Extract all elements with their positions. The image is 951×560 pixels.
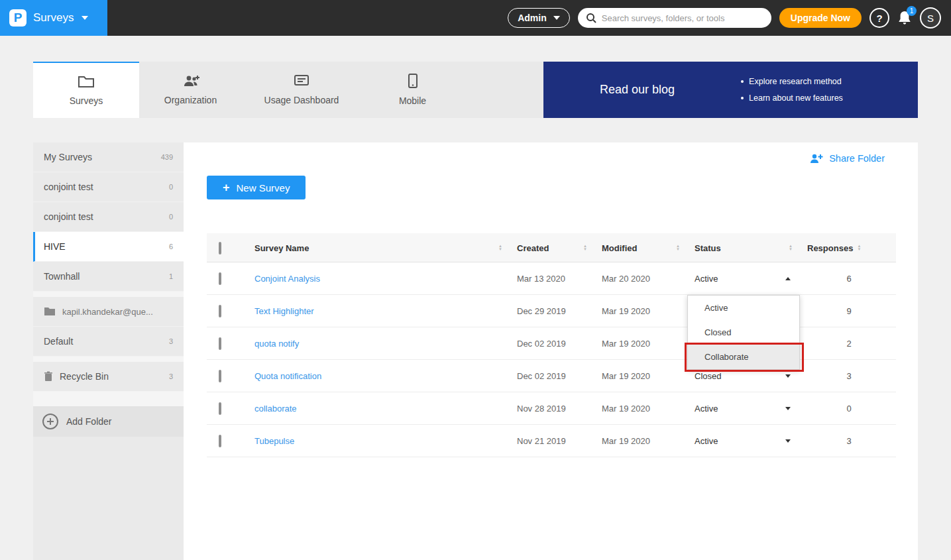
app-menu[interactable]: P Surveys — [0, 0, 107, 36]
row-checkbox[interactable] — [219, 305, 221, 317]
mobile-phone-icon — [408, 74, 418, 88]
row-checkbox[interactable] — [219, 272, 221, 285]
column-header-status: Status — [695, 243, 721, 253]
tab-mobile[interactable]: Mobile — [361, 62, 464, 118]
table-row: Tubepulse Nov 21 2019 Mar 19 2020 Active… — [207, 425, 896, 457]
select-all-checkbox[interactable] — [219, 242, 221, 254]
row-checkbox[interactable] — [219, 370, 221, 382]
survey-name-link[interactable]: Text Highlighter — [244, 306, 512, 316]
tab-label: Surveys — [70, 95, 103, 106]
sidebar-item-default[interactable]: Default3 — [33, 327, 184, 357]
bullet-dot-icon — [741, 80, 744, 83]
column-header-survey-name: Survey Name — [254, 243, 309, 253]
folders-sidebar: My Surveys439 conjoint test0 conjoint te… — [33, 142, 184, 560]
modified-date: Mar 19 2020 — [596, 404, 689, 414]
modified-date: Mar 19 2020 — [596, 371, 689, 381]
upgrade-now-button[interactable]: Upgrade Now — [779, 8, 862, 28]
responses-count: 6 — [802, 274, 896, 284]
responses-count: 9 — [802, 306, 896, 316]
share-folder-icon — [809, 153, 823, 164]
created-date: Nov 21 2019 — [512, 436, 596, 446]
sidebar-divider — [33, 292, 184, 297]
status-dropdown-trigger[interactable]: Active — [689, 404, 802, 414]
notifications-button[interactable]: 1 — [897, 10, 912, 26]
modified-date: Mar 19 2020 — [596, 306, 689, 316]
sort-icon[interactable]: ▲▼ — [857, 245, 861, 251]
survey-name-link[interactable]: collaborate — [244, 404, 512, 414]
shared-folder-icon — [44, 307, 56, 316]
status-dropdown-trigger[interactable]: Active — [689, 274, 802, 284]
sidebar-item-recycle-bin[interactable]: Recycle Bin3 — [33, 362, 184, 392]
surveys-table: Survey Name▲▼ Created▲▼ Modified▲▼ Statu… — [207, 233, 896, 457]
status-dropdown-trigger[interactable]: Active — [689, 436, 802, 446]
responses-count: 0 — [802, 404, 896, 414]
row-checkbox[interactable] — [219, 435, 221, 447]
tab-organization[interactable]: Organization — [139, 62, 242, 118]
survey-name-link[interactable]: Tubepulse — [244, 436, 512, 446]
share-folder-label: Share Folder — [829, 153, 885, 164]
trash-icon — [44, 371, 53, 382]
created-date: Dec 29 2019 — [512, 306, 596, 316]
sort-icon[interactable]: ▲▼ — [583, 245, 587, 251]
folder-icon — [78, 75, 95, 88]
notification-badge: 1 — [907, 6, 917, 16]
status-dropdown-menu: Active Closed Collaborate — [687, 295, 800, 370]
row-checkbox[interactable] — [219, 402, 221, 415]
survey-name-link[interactable]: Conjoint Analysis — [244, 274, 512, 284]
sidebar-item-conjoint-test-2[interactable]: conjoint test0 — [33, 202, 184, 232]
top-bar: P Surveys Admin Upgrade Now ? 1 S — [0, 0, 951, 36]
tab-surveys[interactable]: Surveys — [33, 62, 139, 118]
new-survey-button[interactable]: + New Survey — [207, 176, 306, 199]
chevron-down-icon — [553, 16, 560, 20]
sort-icon[interactable]: ▲▼ — [789, 245, 793, 251]
sort-icon[interactable]: ▲▼ — [498, 245, 502, 251]
status-option-collaborate[interactable]: Collaborate — [688, 345, 799, 369]
dashboard-icon — [294, 74, 309, 87]
modified-date: Mar 19 2020 — [596, 339, 689, 349]
sidebar-item-hive[interactable]: HIVE6 — [33, 232, 184, 262]
sidebar-item-shared-folder[interactable]: kapil.khandekar@que... — [33, 297, 184, 327]
tab-usage-dashboard[interactable]: Usage Dashboard — [242, 62, 361, 118]
avatar[interactable]: S — [920, 7, 941, 28]
row-checkbox[interactable] — [219, 337, 221, 350]
add-folder-button[interactable]: Add Folder — [33, 406, 184, 437]
caret-down-icon — [785, 374, 791, 378]
status-dropdown-trigger[interactable]: Closed — [689, 371, 802, 381]
table-row: collaborate Nov 28 2019 Mar 19 2020 Acti… — [207, 392, 896, 425]
survey-name-link[interactable]: Quota notification — [244, 371, 512, 381]
chevron-down-icon — [82, 16, 88, 20]
survey-name-link[interactable]: quota notify — [244, 339, 512, 349]
table-row: Conjoint Analysis Mar 13 2020 Mar 20 202… — [207, 262, 896, 295]
sidebar-item-my-surveys[interactable]: My Surveys439 — [33, 142, 184, 172]
share-folder-button[interactable]: Share Folder — [809, 153, 885, 164]
status-option-closed[interactable]: Closed — [688, 320, 799, 345]
column-header-modified: Modified — [602, 243, 637, 253]
global-search[interactable] — [578, 8, 771, 28]
search-input[interactable] — [602, 13, 763, 23]
sidebar-item-townhall[interactable]: Townhall1 — [33, 262, 184, 292]
admin-menu-button[interactable]: Admin — [508, 8, 570, 28]
bullet-dot-icon — [741, 97, 744, 99]
help-icon[interactable]: ? — [869, 8, 889, 28]
modified-date: Mar 19 2020 — [596, 436, 689, 446]
banner-title[interactable]: Read our blog — [600, 83, 675, 97]
sidebar-divider — [33, 392, 184, 406]
blog-banner[interactable]: Read our blog Explore research method Le… — [543, 62, 918, 118]
responses-count: 3 — [802, 371, 896, 381]
created-date: Dec 02 2019 — [512, 339, 596, 349]
sort-icon[interactable]: ▲▼ — [676, 245, 680, 251]
sidebar-item-conjoint-test-1[interactable]: conjoint test0 — [33, 172, 184, 202]
banner-bullet: Learn about new features — [741, 90, 843, 107]
search-icon — [586, 13, 596, 23]
caret-down-icon — [785, 407, 791, 410]
tab-label: Usage Dashboard — [264, 95, 339, 105]
add-folder-icon — [42, 414, 58, 429]
responses-count: 2 — [802, 339, 896, 349]
created-date: Mar 13 2020 — [512, 274, 596, 284]
admin-label: Admin — [518, 13, 547, 23]
organization-people-icon — [182, 74, 200, 87]
modified-date: Mar 20 2020 — [596, 274, 689, 284]
created-date: Nov 28 2019 — [512, 404, 596, 414]
tab-label: Organization — [164, 95, 217, 105]
status-option-active[interactable]: Active — [688, 296, 799, 320]
